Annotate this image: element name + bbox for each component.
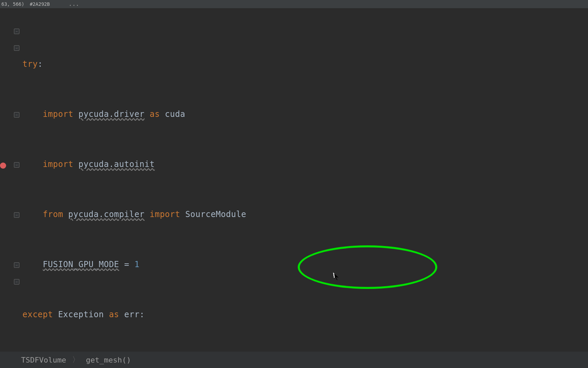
fold-toggle[interactable] bbox=[14, 45, 19, 51]
chevron-right-icon: 〉 bbox=[72, 355, 80, 365]
fold-toggle[interactable] bbox=[14, 212, 19, 218]
code-line: try: bbox=[21, 56, 588, 73]
editor-scrollbar[interactable] bbox=[584, 8, 588, 347]
tab-overflow-dots[interactable]: ... bbox=[69, 1, 79, 7]
breadcrumb-item[interactable]: get_mesh() bbox=[86, 356, 131, 364]
fold-toggle[interactable] bbox=[14, 112, 19, 118]
color-hex: #2A292B bbox=[30, 1, 50, 7]
editor-gutter bbox=[0, 8, 21, 347]
code-line: except Exception as err: bbox=[21, 306, 588, 323]
breadcrumb: TSDFVolume 〉 get_mesh() bbox=[0, 352, 588, 368]
cursor-coords: 63, 566) bbox=[1, 1, 24, 7]
top-info-bar: 63, 566) #2A292B ... bbox=[0, 0, 588, 8]
fold-toggle[interactable] bbox=[14, 162, 19, 168]
code-editor[interactable]: try: import pycuda.driver as cuda import… bbox=[21, 13, 588, 347]
code-line: import pycuda.autoinit bbox=[21, 156, 588, 173]
breakpoint-marker[interactable] bbox=[0, 163, 6, 169]
status-gap bbox=[0, 347, 588, 352]
fold-toggle[interactable] bbox=[14, 262, 19, 268]
code-line: from pycuda.compiler import SourceModule bbox=[21, 206, 588, 223]
code-line: import pycuda.driver as cuda bbox=[21, 106, 588, 123]
fold-toggle[interactable] bbox=[14, 29, 19, 34]
fold-toggle[interactable] bbox=[14, 279, 19, 285]
code-line: FUSION_GPU_MODE = 1 bbox=[21, 256, 588, 273]
breadcrumb-item[interactable]: TSDFVolume bbox=[21, 356, 66, 364]
